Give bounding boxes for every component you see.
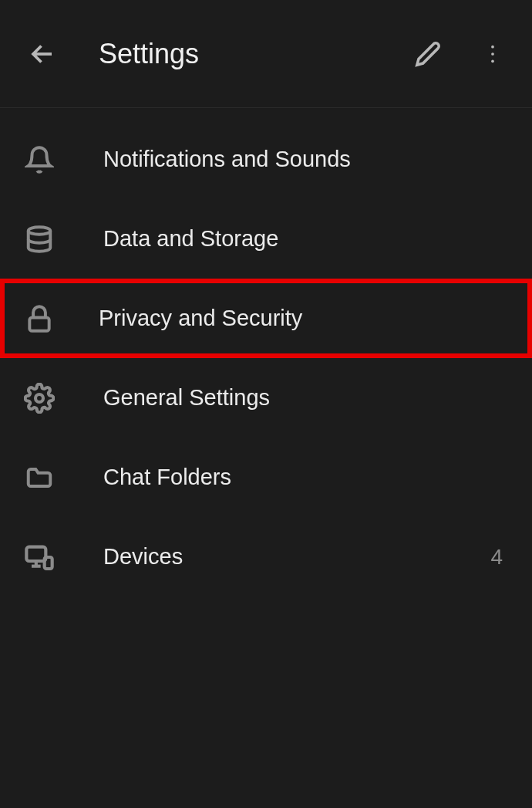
back-button[interactable] <box>23 35 62 73</box>
folder-icon <box>23 461 56 494</box>
settings-item-general[interactable]: General Settings <box>0 358 532 438</box>
settings-item-value: 4 <box>490 545 509 570</box>
settings-item-privacy-security[interactable]: Privacy and Security <box>0 279 532 358</box>
lock-icon <box>23 303 56 335</box>
settings-item-label: Devices <box>103 544 183 570</box>
settings-list: Notifications and Sounds Data and Storag… <box>0 108 532 597</box>
svg-rect-10 <box>45 557 52 569</box>
svg-point-1 <box>491 45 494 48</box>
svg-point-6 <box>35 394 43 402</box>
header: Settings <box>0 0 532 108</box>
svg-point-2 <box>491 52 494 56</box>
more-button[interactable] <box>476 38 509 70</box>
database-icon <box>23 223 56 255</box>
svg-point-3 <box>491 59 494 63</box>
gear-icon <box>23 382 56 414</box>
settings-item-label: Data and Storage <box>103 226 278 252</box>
devices-icon <box>23 541 56 573</box>
settings-item-data-storage[interactable]: Data and Storage <box>0 199 532 279</box>
settings-item-label: Privacy and Security <box>99 306 302 331</box>
bell-icon <box>23 144 56 176</box>
settings-item-label: Chat Folders <box>103 465 231 490</box>
settings-item-chat-folders[interactable]: Chat Folders <box>0 438 532 517</box>
edit-button[interactable] <box>412 38 444 70</box>
more-vertical-icon <box>480 42 505 66</box>
pencil-icon <box>415 41 441 67</box>
page-title: Settings <box>99 38 199 70</box>
header-actions <box>412 38 509 70</box>
svg-rect-7 <box>26 546 45 560</box>
settings-item-label: General Settings <box>103 385 270 411</box>
svg-rect-5 <box>29 317 49 330</box>
settings-item-notifications[interactable]: Notifications and Sounds <box>0 120 532 199</box>
settings-item-devices[interactable]: Devices 4 <box>0 517 532 597</box>
settings-item-label: Notifications and Sounds <box>103 147 351 172</box>
arrow-left-icon <box>29 40 56 68</box>
svg-point-4 <box>29 227 51 235</box>
